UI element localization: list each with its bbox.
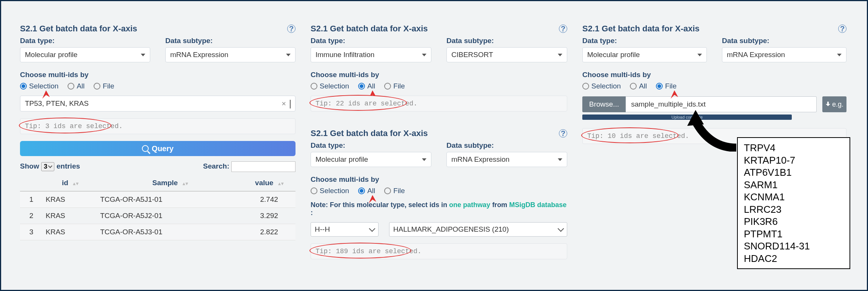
pathway-prefix-value: H--H [315,225,330,234]
radio-file-label: File [393,187,405,195]
caret-down-icon [837,54,842,56]
section-title: S2.1 Get batch data for X-axis [311,128,428,138]
file-line: PIK3R6 [744,215,843,228]
data-subtype-value: mRNA Expression [170,51,228,59]
radio-group: Selection All File [20,82,295,90]
data-subtype-value: mRNA Expression [451,155,509,164]
tip-box: Tip: 3 ids are selected. [20,118,295,134]
data-subtype-label: Data subtype: [446,141,567,150]
results-table: id▲▼ Sample▲▼ value▲▼ 1 KRAS TCGA-OR-A5J… [20,175,295,240]
chevron-down-icon [48,164,52,168]
chevron-down-icon [558,226,564,232]
data-type-select[interactable]: Molecular profile [582,47,707,62]
query-button[interactable]: Query [20,141,295,156]
data-type-select[interactable]: Molecular profile [311,152,431,167]
radio-selection-label: Selection [320,187,349,195]
radio-file-label: File [665,82,677,90]
table-row: 1 KRAS TCGA-OR-A5J1-01 2.742 [20,191,295,208]
col-idx[interactable] [20,175,43,191]
caret-down-icon [141,54,145,56]
data-subtype-value: mRNA Expression [727,51,785,59]
radio-selection-label: Selection [591,82,621,90]
radio-all[interactable]: All [630,82,647,90]
radio-selection-label: Selection [29,82,58,90]
data-type-value: Immune Infiltration [315,51,374,59]
caret-down-icon [422,54,426,56]
cell-sample: TCGA-OR-A5J3-01 [97,224,243,240]
ids-input[interactable]: TP53, PTEN, KRAS × [20,96,295,111]
panel-selection: S2.1 Get batch data for X-axis ? Data ty… [20,24,295,240]
msigdb-link[interactable]: MSigDB database [509,201,566,209]
ids-input-value: TP53, PTEN, KRAS [25,99,89,108]
radio-file-label: File [103,82,114,90]
help-icon[interactable]: ? [287,25,295,33]
radio-file[interactable]: File [384,82,405,90]
pathway-prefix-select[interactable]: H--H [311,222,379,237]
browse-button[interactable]: Browse... [582,96,626,112]
cell-sample: TCGA-OR-A5J2-01 [97,208,243,224]
columns: S2.1 Get batch data for X-axis ? Data ty… [20,24,848,259]
radio-selection[interactable]: Selection [582,82,621,90]
col-id[interactable]: id▲▼ [43,175,97,191]
radio-all[interactable]: All [68,82,85,90]
data-subtype-select[interactable]: mRNA Expression [722,47,846,62]
entries-select[interactable]: 3 [41,162,54,171]
chevron-down-icon [369,226,376,232]
choose-ids-label: Choose multi-ids by [20,71,295,79]
data-subtype-value: CIBERSORT [451,51,493,59]
radio-selection[interactable]: Selection [311,82,349,90]
help-icon[interactable]: ? [838,25,846,33]
app-frame: S2.1 Get batch data for X-axis ? Data ty… [0,0,868,291]
file-line: PTPMT1 [744,228,843,240]
radio-all-label: All [367,82,375,90]
tip-text: Tip: 3 ids are selected. [25,122,123,130]
data-subtype-select[interactable]: mRNA Expression [165,47,295,62]
chevron-down-icon[interactable] [290,100,291,108]
tip-text: Tip: 22 ids are selected. [315,100,417,107]
example-button[interactable]: e.g. [822,96,846,112]
data-type-select[interactable]: Immune Infiltration [311,47,431,62]
help-icon[interactable]: ? [559,129,567,138]
radio-file-label: File [393,82,405,90]
data-type-value: Molecular profile [315,155,368,164]
pathway-select[interactable]: HALLMARK_ADIPOGENESIS (210) [389,222,567,237]
section-title: S2.1 Get batch data for X-axis [311,24,428,34]
cell-value: 2.822 [243,224,295,240]
clear-icon[interactable]: × [282,99,286,108]
one-pathway-link[interactable]: one pathway [449,201,490,209]
download-icon [825,102,831,107]
caret-down-icon [558,54,562,56]
caret-down-icon [286,54,291,56]
data-subtype-label: Data subtype: [722,37,846,45]
radio-selection[interactable]: Selection [20,82,58,90]
help-icon[interactable]: ? [559,25,567,33]
data-subtype-select[interactable]: CIBERSORT [446,47,567,62]
file-line: TRPV4 [744,142,843,154]
upload-progress-bar: Upload complete [582,115,792,120]
choose-ids-label: Choose multi-ids by [311,71,567,79]
caret-down-icon [422,158,426,161]
radio-file[interactable]: File [94,82,114,90]
table-controls: Show 3 entries Search: [20,161,295,172]
file-line: SNORD114-31 [744,240,843,252]
panel-all-immune: S2.1 Get batch data for X-axis ? Data ty… [311,24,567,111]
col-sample[interactable]: Sample▲▼ [97,175,243,191]
search-input[interactable] [231,161,295,172]
col-value[interactable]: value▲▼ [243,175,295,191]
cell-idx: 2 [20,208,43,224]
data-subtype-select[interactable]: mRNA Expression [446,152,567,167]
data-type-select[interactable]: Molecular profile [20,47,150,62]
cell-sample: TCGA-OR-A5J1-01 [97,191,243,208]
radio-file[interactable]: File [656,82,677,90]
show-label: Show [20,162,39,170]
tip-text: Tip: 10 ids are selected. [587,132,689,140]
radio-all[interactable]: All [358,82,375,90]
pathway-value: HALLMARK_ADIPOGENESIS (210) [393,225,509,234]
radio-all[interactable]: All [358,187,375,195]
radio-file[interactable]: File [384,187,405,195]
file-line: ATP6V1B1 [744,166,843,179]
cell-id: KRAS [43,224,97,240]
file-line: HDAC2 [744,252,843,265]
pathway-row: H--H HALLMARK_ADIPOGENESIS (210) [311,222,567,237]
radio-selection[interactable]: Selection [311,187,349,195]
